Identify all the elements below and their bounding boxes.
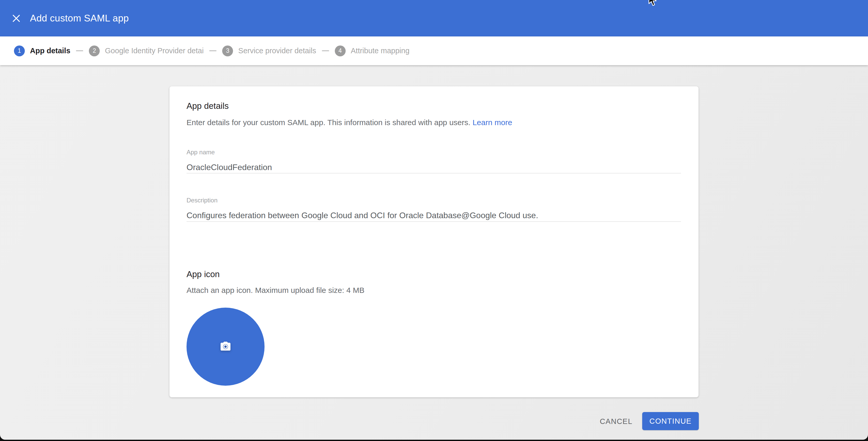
step-separator bbox=[322, 51, 329, 51]
field-underline bbox=[187, 221, 681, 222]
app-name-field[interactable]: App name OracleCloudFederation bbox=[187, 149, 681, 173]
cancel-button[interactable]: CANCEL bbox=[592, 413, 641, 430]
app-details-card: App details Enter details for your custo… bbox=[169, 86, 699, 397]
section-title-app-icon: App icon bbox=[187, 269, 220, 279]
section-description: Enter details for your custom SAML app. … bbox=[187, 118, 512, 127]
step-label: Service provider details bbox=[238, 47, 316, 55]
app-icon-upload-button[interactable] bbox=[187, 307, 265, 386]
step-app-details[interactable]: 1 App details bbox=[14, 46, 70, 56]
description-field[interactable]: Description Configures federation betwee… bbox=[187, 197, 681, 222]
description-label: Description bbox=[187, 197, 681, 204]
step-number-badge: 3 bbox=[222, 46, 233, 56]
close-icon bbox=[12, 14, 21, 23]
dialog-header: Add custom SAML app bbox=[0, 0, 868, 36]
close-button[interactable] bbox=[7, 9, 25, 27]
camera-icon bbox=[220, 341, 231, 353]
app-name-value: OracleCloudFederation bbox=[187, 163, 681, 172]
dialog-title: Add custom SAML app bbox=[30, 13, 129, 24]
section-title-app-details: App details bbox=[187, 101, 228, 111]
step-label: Google Identity Provider details bbox=[105, 47, 204, 55]
step-separator bbox=[76, 51, 83, 51]
app-name-label: App name bbox=[187, 149, 681, 156]
learn-more-link[interactable]: Learn more bbox=[472, 118, 512, 127]
step-service-provider-details[interactable]: 3 Service provider details bbox=[222, 46, 316, 56]
dialog-surface: Add custom SAML app 1 App details 2 Goog… bbox=[0, 0, 868, 440]
step-attribute-mapping[interactable]: 4 Attribute mapping bbox=[335, 46, 409, 56]
step-label: App details bbox=[30, 47, 70, 55]
step-number-badge: 1 bbox=[14, 46, 25, 56]
field-underline bbox=[187, 173, 681, 173]
step-number-badge: 2 bbox=[89, 46, 100, 56]
step-label: Attribute mapping bbox=[351, 47, 409, 55]
app-icon-caption: Attach an app icon. Maximum upload file … bbox=[187, 286, 365, 295]
step-google-idp-details[interactable]: 2 Google Identity Provider details bbox=[89, 46, 204, 56]
step-separator bbox=[209, 51, 216, 51]
description-value: Configures federation between Google Clo… bbox=[187, 211, 681, 220]
continue-button[interactable]: CONTINUE bbox=[642, 412, 699, 430]
step-number-badge: 4 bbox=[335, 46, 346, 56]
wizard-stepper: 1 App details 2 Google Identity Provider… bbox=[0, 36, 868, 65]
section-description-text: Enter details for your custom SAML app. … bbox=[187, 118, 470, 127]
